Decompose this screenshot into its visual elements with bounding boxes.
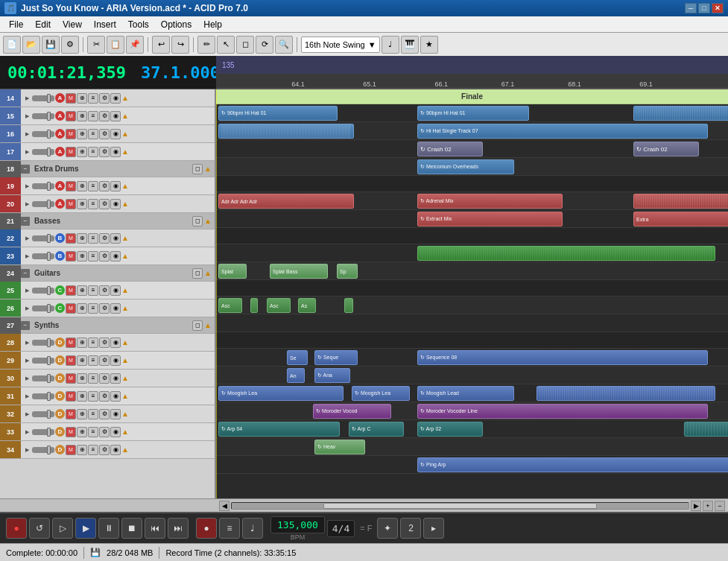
track-32-solo[interactable]: ⊕ bbox=[77, 409, 87, 419]
track-25-settings[interactable]: ⚙ bbox=[99, 285, 110, 296]
track-31-settings[interactable]: ⚙ bbox=[99, 391, 110, 402]
bpm-value[interactable]: 135,000 bbox=[270, 516, 325, 533]
track-14-volume[interactable] bbox=[32, 95, 54, 101]
track-19-settings[interactable]: ⚙ bbox=[99, 181, 110, 191]
track-20-expand[interactable]: ▶ bbox=[22, 200, 31, 209]
swing-dropdown[interactable]: 16th Note Swing ▼ bbox=[301, 37, 380, 53]
next-button[interactable]: ⏭ bbox=[168, 518, 189, 539]
segment-arp02-2[interactable] bbox=[684, 422, 728, 437]
segment-asc-small[interactable] bbox=[250, 298, 258, 313]
track-25-solo[interactable]: ⊕ bbox=[77, 285, 87, 296]
segment-extract-mix[interactable]: ↻ Extract Mix bbox=[417, 212, 563, 226]
track-17-settings[interactable]: ⚙ bbox=[99, 147, 110, 157]
mixer-button[interactable]: ≡ bbox=[219, 518, 240, 539]
track-20-settings[interactable]: ⚙ bbox=[99, 199, 110, 209]
track-30-expand[interactable]: ▶ bbox=[22, 374, 31, 383]
group-18-mute[interactable]: ◻ bbox=[192, 164, 203, 174]
minimize-button[interactable]: ─ bbox=[685, 3, 697, 13]
track-22-expand[interactable]: ▶ bbox=[22, 234, 31, 243]
track-29-mute[interactable]: M bbox=[66, 355, 76, 366]
track-32-fx[interactable]: ≡ bbox=[88, 409, 98, 419]
track-15-volume[interactable] bbox=[32, 113, 54, 119]
track-29-pan[interactable]: ◉ bbox=[110, 355, 121, 366]
track-22-pan[interactable]: ◉ bbox=[110, 233, 121, 244]
track-23-volume[interactable] bbox=[32, 253, 54, 259]
track-19-solo[interactable]: ⊕ bbox=[77, 181, 87, 191]
track-14-solo[interactable]: ⊕ bbox=[77, 93, 87, 104]
track-22-volume[interactable] bbox=[32, 235, 54, 241]
segment-se[interactable]: Se bbox=[287, 350, 308, 365]
track-29-fx[interactable]: ≡ bbox=[88, 355, 98, 366]
track-17-expand[interactable]: ▶ bbox=[22, 148, 31, 156]
track-29-settings[interactable]: ⚙ bbox=[99, 355, 110, 366]
track-26-volume[interactable] bbox=[32, 305, 54, 311]
segment-moroder-1[interactable]: ↻ Moroder Vocod bbox=[313, 404, 391, 419]
track-20-volume[interactable] bbox=[32, 201, 54, 207]
track-34-mute[interactable]: M bbox=[66, 445, 76, 455]
track-25-expand[interactable]: ▶ bbox=[22, 286, 31, 295]
track-16-fx[interactable]: ≡ bbox=[88, 129, 98, 139]
track-31-pan[interactable]: ◉ bbox=[110, 391, 121, 402]
track-16-solo[interactable]: ⊕ bbox=[77, 129, 87, 139]
menu-view[interactable]: View bbox=[57, 18, 88, 31]
zoom-in-button[interactable]: + bbox=[703, 501, 713, 511]
segment-arp02-1[interactable]: ↻ Arp 02 bbox=[417, 422, 483, 437]
track-19-volume[interactable] bbox=[32, 183, 54, 189]
track-23-pan[interactable]: ◉ bbox=[110, 251, 121, 262]
pause-button[interactable]: ⏸ bbox=[98, 518, 119, 539]
track-30-mute[interactable]: M bbox=[66, 373, 76, 384]
track-34-settings[interactable]: ⚙ bbox=[99, 445, 110, 455]
track-30-settings[interactable]: ⚙ bbox=[99, 373, 110, 384]
track-20-mute[interactable]: M bbox=[66, 199, 76, 209]
close-button[interactable]: ✕ bbox=[712, 3, 724, 13]
track-19-fx[interactable]: ≡ bbox=[88, 181, 98, 191]
track-20-solo[interactable]: ⊕ bbox=[77, 199, 87, 209]
track-31-volume[interactable] bbox=[32, 393, 54, 399]
track-14-settings[interactable]: ⚙ bbox=[99, 93, 110, 104]
track-32-pan[interactable]: ◉ bbox=[110, 409, 121, 419]
open-button[interactable]: 📂 bbox=[22, 36, 40, 54]
track-17-fx[interactable]: ≡ bbox=[88, 147, 98, 157]
track-34-volume[interactable] bbox=[32, 447, 54, 453]
track-28-expand[interactable]: ▶ bbox=[22, 338, 31, 347]
zoom-out-button[interactable]: − bbox=[715, 501, 725, 511]
paste-button[interactable]: 📌 bbox=[126, 36, 144, 54]
stop-button[interactable]: ⏹ bbox=[121, 518, 142, 539]
menu-edit[interactable]: Edit bbox=[29, 18, 57, 31]
track-23-settings[interactable]: ⚙ bbox=[99, 251, 110, 262]
track-15-solo[interactable]: ⊕ bbox=[77, 111, 87, 121]
track-15-pan[interactable]: ◉ bbox=[110, 111, 121, 121]
segment-seque[interactable]: ↻ Seque bbox=[314, 350, 358, 365]
track-29-volume[interactable] bbox=[32, 358, 54, 364]
segment-sequence08[interactable]: ↻ Sequence 08 bbox=[417, 350, 708, 365]
track-26-settings[interactable]: ⚙ bbox=[99, 303, 110, 314]
track-25-mute[interactable]: M bbox=[66, 285, 76, 296]
track-32-expand[interactable]: ▶ bbox=[22, 410, 31, 419]
group-24-collapse[interactable]: − bbox=[21, 269, 30, 278]
track-26-expand[interactable]: ▶ bbox=[22, 304, 31, 313]
track-22-mute[interactable]: M bbox=[66, 233, 76, 244]
group-21-mute[interactable]: ◻ bbox=[192, 216, 203, 226]
track-32-volume[interactable] bbox=[32, 411, 54, 417]
time-sig-value[interactable]: 4/4 bbox=[327, 520, 355, 537]
track-33-solo[interactable]: ⊕ bbox=[77, 427, 87, 437]
segment-adrenal-mix[interactable]: ↻ Adrenal Mix bbox=[417, 194, 563, 209]
loop-button[interactable]: ⟳ bbox=[256, 36, 273, 54]
track-31-fx[interactable]: ≡ bbox=[88, 391, 98, 402]
track-17-pan[interactable]: ◉ bbox=[110, 147, 121, 157]
group-24-mute[interactable]: ◻ bbox=[192, 268, 203, 279]
track-16-mute[interactable]: M bbox=[66, 129, 76, 139]
track-33-pan[interactable]: ◉ bbox=[110, 427, 121, 437]
track-26-solo[interactable]: ⊕ bbox=[77, 303, 87, 314]
scroll-track[interactable] bbox=[231, 502, 689, 510]
track-33-volume[interactable] bbox=[32, 429, 54, 435]
cut-button[interactable]: ✂ bbox=[87, 36, 105, 54]
track-33-settings[interactable]: ⚙ bbox=[99, 427, 110, 437]
scroll-left-button[interactable]: ◀ bbox=[219, 501, 230, 511]
track-25-volume[interactable] bbox=[32, 288, 54, 294]
track-16-expand[interactable]: ▶ bbox=[22, 130, 31, 139]
track-19-mute[interactable]: M bbox=[66, 181, 76, 191]
track-22-solo[interactable]: ⊕ bbox=[77, 233, 87, 244]
midi-button-transport[interactable]: ♩ bbox=[242, 518, 263, 539]
properties-button[interactable]: ⚙ bbox=[61, 36, 79, 54]
